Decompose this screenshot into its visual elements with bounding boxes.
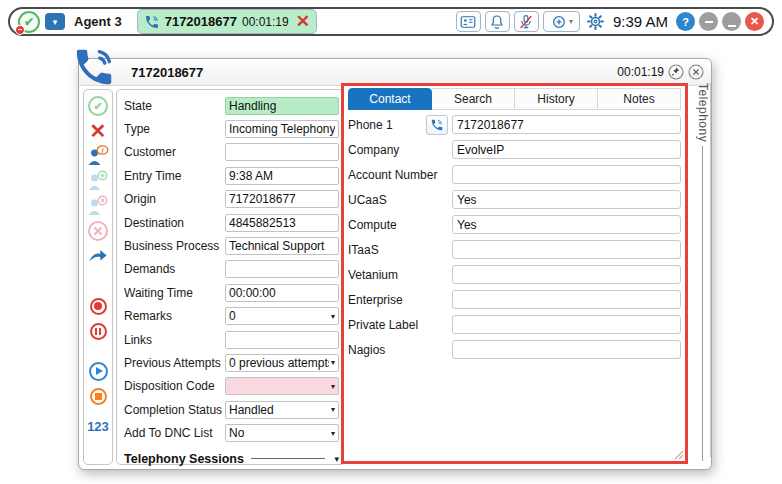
dropdown-caret-icon[interactable]: ▾ [331,429,335,438]
resize-grip[interactable] [674,450,684,460]
company-field[interactable]: EvolveIP [452,140,681,159]
close-button[interactable]: ✕ [745,12,764,31]
business-process-value: Technical Support [229,239,335,253]
dial-phone-button[interactable] [426,115,448,135]
mute-button[interactable] [514,11,539,32]
minimize-button[interactable] [722,12,741,31]
demands-field[interactable] [225,260,339,278]
remarks-field[interactable]: 0▾ [225,307,339,325]
stop-icon [90,388,107,405]
tab-contact[interactable]: Contact [348,88,432,110]
reject-call-button[interactable]: ✕ [85,119,111,143]
dropdown-caret-icon[interactable]: ▾ [331,405,335,414]
account-number-label: Account Number [348,168,452,182]
compute-field[interactable]: Yes [452,215,681,234]
mic-muted-icon [517,13,535,31]
dropdown-caret-icon[interactable]: ▾ [331,358,335,367]
cancel-call-button[interactable] [85,219,111,243]
ucaas-field[interactable]: Yes [452,190,681,209]
contact-card-button[interactable] [456,11,481,32]
vetanium-label: Vetanium [348,268,452,282]
state-field[interactable]: Handling [225,97,339,115]
restore-icon [705,21,713,23]
play-button[interactable] [85,359,111,383]
transfer-call-button[interactable] [85,244,111,268]
call-number: 7172018677 [165,14,237,29]
vetanium-field[interactable] [452,265,681,284]
dialpad-button[interactable]: 123 [85,414,111,438]
business-process-label: Business Process [124,239,225,253]
add-to-dnc-list-field[interactable]: No▾ [225,424,339,442]
form-row-origin: Origin7172018677 [124,188,339,211]
zoom-menu-button[interactable]: ▾ [543,11,580,32]
form-row-remarks: Remarks0▾ [124,305,339,328]
form-row-entry-time: Entry Time9:38 AM [124,164,339,187]
previous-attempts-label: Previous Attempts [124,356,225,370]
destination-field[interactable]: 4845882513 [225,214,339,232]
add-to-dnc-list-label: Add To DNC List [124,426,225,440]
section-divider [251,458,326,459]
phone-1-field[interactable]: 7172018677 [452,115,681,134]
help-button[interactable]: ? [676,12,695,31]
ucaas-value: Yes [457,193,477,207]
settings-button[interactable] [586,12,605,31]
section-caret-icon[interactable]: ▾ [334,454,339,464]
agent-dropdown-button[interactable]: ▾ [45,13,65,30]
side-tab-label: Telephony [696,83,710,142]
agent-status-button[interactable]: ✔ [18,11,40,33]
tab-history[interactable]: History [515,88,598,110]
customer-details-icon: i [86,144,110,168]
tab-search[interactable]: Search [432,88,515,110]
active-call-tab[interactable]: 7172018677 00:01:19 ✕ [137,9,317,34]
call-phone-icon [144,14,160,30]
play-icon [89,362,108,381]
window-title-bar: 7172018677 00:01:19 [79,59,711,86]
hold-call-button[interactable] [85,319,111,343]
interaction-details-panel: StateHandlingTypeIncoming TelephonyCusto… [116,89,346,465]
private-label-field[interactable] [452,315,681,334]
stop-button[interactable] [85,384,111,408]
contact-row-ucaas: UCaaSYes [348,187,681,212]
disposition-code-field[interactable]: ▾ [225,377,339,395]
contact-row-company: CompanyEvolveIP [348,137,681,162]
dropdown-caret-icon[interactable]: ▾ [331,382,335,391]
customer-field[interactable] [225,143,339,161]
telephony-side-tab[interactable]: Telephony [692,83,713,461]
end-call-button[interactable]: ✕ [294,13,312,30]
waiting-time-value: 00:00:00 [229,286,335,300]
conference-add-button[interactable] [85,169,111,193]
accept-call-button[interactable]: ✔ [85,94,111,118]
type-field[interactable]: Incoming Telephony [225,120,339,138]
close-window-button[interactable] [688,64,704,80]
previous-attempts-field[interactable]: 0 previous attempts▾ [225,354,339,372]
restore-button[interactable] [699,12,718,31]
form-row-business-process: Business ProcessTechnical Support [124,234,339,257]
dnd-badge-icon [15,25,25,35]
nagios-field[interactable] [452,340,681,359]
enterprise-field[interactable] [452,290,681,309]
account-number-field[interactable] [452,165,681,184]
entry-time-field[interactable]: 9:38 AM [225,167,339,185]
call-timer: 00:01:19 [242,15,289,29]
dropdown-caret-icon[interactable]: ▾ [331,312,335,321]
pin-button[interactable] [668,64,684,80]
record-call-button[interactable] [85,294,111,318]
business-process-field[interactable]: Technical Support [225,237,339,255]
customer-details-button[interactable]: i [85,144,111,168]
call-toolbar: ✔ ✕ i 123 [83,89,113,465]
conference-remove-button[interactable] [85,194,111,218]
origin-field[interactable]: 7172018677 [225,190,339,208]
tab-notes[interactable]: Notes [598,88,681,110]
compute-value: Yes [457,218,477,232]
links-field[interactable] [225,331,339,349]
completion-status-field[interactable]: Handled▾ [225,401,339,419]
conference-add-icon [86,169,110,193]
destination-label: Destination [124,216,225,230]
waiting-time-field[interactable]: 00:00:00 [225,284,339,302]
side-tab-edge [710,83,711,457]
notifications-button[interactable] [485,11,510,32]
telephony-sessions-header[interactable]: Telephony Sessions ▾ [124,452,339,466]
form-row-previous-attempts: Previous Attempts0 previous attempts▾ [124,351,339,374]
hold-pause-icon [90,323,107,340]
itaas-field[interactable] [452,240,681,259]
